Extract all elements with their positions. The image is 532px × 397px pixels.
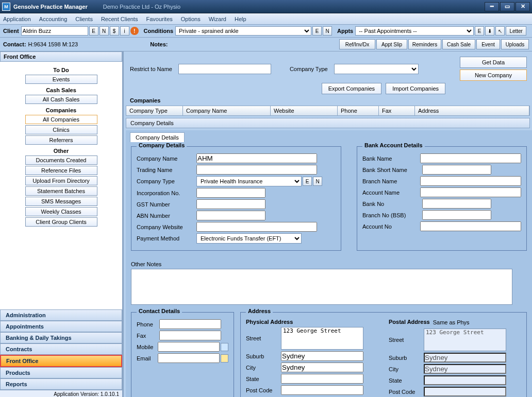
nav-statement-batches[interactable]: Statement Batches [25, 186, 97, 196]
nav-events[interactable]: Events [25, 75, 97, 84]
col-company-type[interactable]: Company Type [126, 106, 183, 115]
gst-input[interactable] [196, 199, 265, 209]
city-input[interactable] [281, 363, 363, 372]
state-input[interactable] [281, 374, 363, 384]
accordion-administration[interactable]: Administration [0, 309, 122, 321]
restrict-input[interactable] [178, 64, 271, 74]
bankname-input[interactable] [420, 153, 521, 163]
maximize-button[interactable]: ▭ [500, 2, 514, 11]
email-icon[interactable] [221, 354, 228, 363]
refinv-button[interactable]: Ref/Inv/Dx [339, 39, 375, 49]
other-notes-input[interactable] [131, 269, 512, 305]
trading-name-input[interactable] [196, 165, 317, 175]
app-logo-icon: M [2, 3, 10, 11]
appts-e-button[interactable]: E [475, 26, 484, 36]
abn-input[interactable] [196, 211, 265, 220]
nav-weekly-classes[interactable]: Weekly Classes [25, 207, 97, 216]
type-e-button[interactable]: E [303, 177, 312, 186]
nav-client-group[interactable]: Client Group Clients [25, 217, 97, 227]
menu-help[interactable]: Help [235, 16, 246, 22]
export-companies-button[interactable]: Export Companies [322, 83, 382, 94]
get-data-button[interactable]: Get Data [460, 57, 527, 68]
p-state-input[interactable] [424, 375, 506, 385]
fax-input[interactable] [159, 331, 221, 340]
col-company-name[interactable]: Company Name [183, 106, 271, 115]
accountname-input[interactable] [420, 187, 521, 197]
new-company-button[interactable]: New Company [460, 70, 527, 81]
nav-allcashsales[interactable]: All Cash Sales [25, 95, 97, 104]
menu-clients[interactable]: Clients [75, 16, 93, 22]
nav-documents[interactable]: Documents Created [25, 156, 97, 165]
tab-company-details[interactable]: Company Details [130, 132, 185, 142]
street-input[interactable]: 123 George Street [281, 327, 363, 350]
p-suburb-input[interactable] [424, 353, 506, 363]
conditions-combo[interactable]: Private - sprained ankle [175, 26, 311, 36]
menu-options[interactable]: Options [181, 16, 201, 22]
col-phone[interactable]: Phone [338, 106, 379, 115]
menu-accounting[interactable]: Accounting [39, 16, 67, 22]
appts-combo[interactable]: -- Past Appointments -- [355, 26, 474, 36]
menu-favourites[interactable]: Favourites [146, 16, 172, 22]
website-input[interactable] [196, 222, 317, 232]
col-address[interactable]: Address [415, 106, 529, 115]
menu-recent-clients[interactable]: Recent Clients [101, 16, 138, 22]
letter-button[interactable]: Letter [506, 26, 526, 36]
uploads-button[interactable]: Uploads [501, 39, 529, 49]
p-postcode-input[interactable] [424, 387, 506, 396]
accordion-contracts[interactable]: Contracts [0, 343, 122, 355]
event-button[interactable]: Event [476, 39, 500, 49]
nav-clinics[interactable]: Clinics [25, 125, 97, 134]
nav-referrers[interactable]: Referrers [25, 135, 97, 145]
postcode-input[interactable] [281, 385, 363, 395]
email-input[interactable] [158, 353, 220, 363]
group-companies: Companies [2, 107, 120, 113]
nav-sms-messages[interactable]: SMS Messages [25, 197, 97, 206]
menu-wizard[interactable]: Wizard [209, 16, 226, 22]
apptslip-button[interactable]: Appt Slip [376, 39, 407, 49]
appts-cursor-button[interactable]: ↖ [495, 26, 505, 36]
accordion-appointments[interactable]: Appointments [0, 321, 122, 332]
conditions-n-button[interactable]: N [323, 26, 332, 36]
client-n-button[interactable]: N [99, 26, 109, 36]
client-combo[interactable] [21, 26, 88, 36]
branchname-input[interactable] [420, 176, 521, 186]
accordion-banking[interactable]: Banking & Daily Takings [0, 332, 122, 343]
company-type-select[interactable]: Private Health Insurance [196, 176, 302, 186]
mobile-input[interactable] [158, 342, 220, 352]
branchno-input[interactable] [422, 210, 491, 220]
company-type-filter-combo[interactable] [334, 64, 419, 74]
phone-input[interactable] [159, 319, 221, 329]
client-dollar-button[interactable]: $ [110, 26, 119, 36]
accordion-frontoffice[interactable]: Front Office [0, 355, 122, 367]
sameas-label[interactable]: Same as Phys [433, 319, 470, 325]
type-n-button[interactable]: N [313, 177, 322, 186]
minimize-button[interactable]: ━ [485, 2, 499, 11]
col-website[interactable]: Website [271, 106, 338, 115]
reminders-button[interactable]: Reminders [408, 39, 441, 49]
company-name-input[interactable] [196, 153, 317, 163]
p-street-input[interactable]: 123 George Street [424, 329, 506, 351]
mobile-icon[interactable] [221, 343, 228, 351]
p-city-input[interactable] [424, 364, 506, 374]
col-fax[interactable]: Fax [379, 106, 415, 115]
nav-allcompanies[interactable]: All Companies [25, 115, 97, 124]
suburb-input[interactable] [281, 351, 363, 361]
client-e-button[interactable]: E [89, 26, 98, 36]
bankno-input[interactable] [422, 199, 491, 209]
incorp-input[interactable] [196, 188, 265, 198]
accountno-input[interactable] [420, 221, 521, 231]
alert-icon[interactable]: ! [130, 27, 139, 35]
nav-upload-dir[interactable]: Upload From Directory [25, 176, 97, 185]
payment-select[interactable]: Electronic Funds Transfer (EFT) [196, 233, 302, 244]
accordion-reports[interactable]: Reports [0, 378, 122, 390]
nav-reference-files[interactable]: Reference Files [25, 166, 97, 175]
conditions-e-button[interactable]: E [312, 26, 322, 36]
menu-application[interactable]: Application [3, 16, 31, 22]
appts-download-button[interactable]: ⬇ [485, 26, 494, 36]
cashsale-button[interactable]: Cash Sale [442, 39, 475, 49]
client-i-button[interactable]: i [120, 26, 129, 36]
accordion-products[interactable]: Products [0, 367, 122, 378]
close-button[interactable]: ✕ [516, 2, 530, 11]
bankshort-input[interactable] [422, 165, 491, 175]
import-companies-button[interactable]: Import Companies [386, 83, 445, 94]
